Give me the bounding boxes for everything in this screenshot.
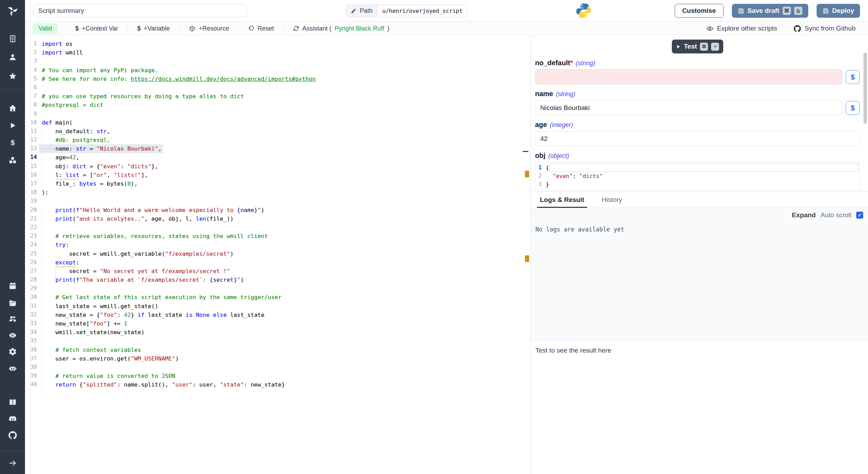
code-line-37[interactable]: 37 user = os.environ.get("WM_USERNAME") [25, 354, 531, 363]
code-line-12[interactable]: 12 #db: postgresql, [25, 136, 531, 144]
code-line-8[interactable]: 8#postgresql = dict [25, 101, 531, 109]
autoscroll-checkbox[interactable]: ✓ [856, 212, 863, 219]
no_default-input[interactable] [535, 69, 842, 84]
sidebar-item-resources[interactable] [0, 155, 25, 165]
windmill-logo[interactable] [0, 0, 25, 22]
sidebar-item-runs[interactable] [0, 120, 25, 130]
code-line-14[interactable]: 14 age=42, [25, 153, 531, 162]
line-content: # retrieve variables, resources, states … [37, 232, 268, 240]
name-input[interactable] [535, 100, 842, 115]
code-line-29[interactable]: 29 [25, 284, 531, 293]
code-line-28[interactable]: 28 print(f"The variable at `f/examples/s… [25, 276, 531, 284]
editor-toolbar: Valid $ +Context Var $ +Variable +Resour… [25, 22, 868, 36]
obj-json-editor[interactable]: 1{2 "even": "dicts"3} [535, 162, 860, 190]
code-line-15[interactable]: 15 obj: dict = {"even": "dicts"}, [25, 162, 531, 171]
code-line-23[interactable]: 23 # retrieve variables, resources, stat… [25, 232, 531, 240]
code-line-26[interactable]: 26 except: [25, 258, 531, 267]
sidebar-item-user[interactable] [0, 52, 25, 62]
code-line-38[interactable]: 38 [25, 363, 531, 372]
code-line-10[interactable]: 10def main( [25, 118, 531, 127]
code-line-35[interactable]: 35 [25, 337, 531, 345]
code-line-24[interactable]: 24 try: [25, 240, 531, 249]
code-line-13[interactable]: 13····name:·str·=·"Nicolas·Bourbaki", [25, 144, 531, 153]
expand-logs-button[interactable]: Expand [792, 211, 816, 219]
sidebar-item-workspace[interactable] [0, 33, 25, 44]
line-content: age=42, [37, 153, 80, 162]
add-resource-button[interactable]: +Resource [180, 22, 239, 36]
robot-icon [8, 364, 17, 373]
sidebar-item-audit-logs[interactable] [0, 330, 25, 340]
line-content: # Get last state of this script executio… [37, 293, 282, 302]
line-number: 4 [25, 66, 37, 75]
code-line-39[interactable]: 39 # return value is converted to JSON [25, 372, 531, 380]
code-line-33[interactable]: 33 new_state["foo"] += 1 [25, 319, 531, 328]
sidebar-item-ai-assistant[interactable] [0, 363, 25, 373]
code-line-2[interactable]: 2import wmill [25, 48, 531, 57]
code-line-30[interactable]: 30 # Get last state of this script execu… [25, 293, 531, 302]
cubes-icon [8, 156, 17, 164]
code-line-34[interactable]: 34 wmill.set_state(new_state) [25, 328, 531, 337]
age-input[interactable] [535, 131, 860, 146]
script-summary-input[interactable] [33, 4, 247, 17]
code-line-19[interactable]: 19 [25, 197, 531, 205]
deploy-button[interactable]: Deploy [817, 4, 860, 18]
sidebar-item-docs[interactable] [0, 397, 25, 407]
sidebar-item-groups[interactable] [0, 313, 25, 324]
code-line-32[interactable]: 32 new_state = {"foo": 42} if last_state… [25, 311, 531, 319]
line-number: 3 [535, 181, 546, 187]
sync-from-github-button[interactable]: Sync from Github [794, 25, 856, 32]
code-line-31[interactable]: 31 last_state = wmill.get_state() [25, 302, 531, 311]
sidebar-item-discord[interactable] [0, 414, 25, 424]
code-line-21[interactable]: 21 print("and its acolytes..", age, obj,… [25, 214, 531, 223]
sidebar-item-folders[interactable] [0, 298, 25, 308]
code-line-1[interactable]: 1import os [25, 40, 531, 48]
code-line-20[interactable]: 20 print(f"Hello World and a warm welcom… [25, 206, 531, 214]
name-variable-picker-button[interactable]: $ [846, 101, 860, 115]
assistant-label: Assistant ( [302, 25, 332, 32]
line-number: 32 [25, 311, 37, 319]
line-number: 27 [25, 267, 37, 276]
code-line-18[interactable]: 18): [25, 188, 531, 197]
line-number: 28 [25, 276, 37, 284]
code-line-5[interactable]: 5# See here for more info: https://docs.… [25, 75, 531, 83]
sidebar-item-schedules[interactable] [0, 280, 25, 291]
code-line-4[interactable]: 4# You can import any PyPi package. [25, 66, 531, 75]
sidebar-item-variables[interactable]: $ [0, 137, 25, 148]
assistant-button[interactable]: Assistant (Pyright Black Ruff) [284, 22, 399, 36]
line-number: 34 [25, 328, 37, 337]
code-line-3[interactable]: 3 [25, 57, 531, 66]
code-line-40[interactable]: 40 return {"splitted": name.split(), "us… [25, 380, 531, 389]
sidebar-item-github[interactable] [0, 430, 25, 440]
code-line-16[interactable]: 16 l: list = ["or", "lists!"], [25, 171, 531, 179]
code-line-7[interactable]: 7# you can use typed resources by doing … [25, 92, 531, 101]
panel-scrollbar[interactable] [863, 53, 867, 124]
github-icon [8, 431, 17, 440]
reset-button[interactable]: Reset [239, 22, 283, 36]
code-line-22[interactable]: 22 [25, 223, 531, 232]
script-path-badge[interactable]: Path u/henri/overjoyed_script [346, 5, 468, 17]
tab-logs-result[interactable]: Logs & Result [540, 192, 584, 208]
pane-splitter-handle[interactable] [523, 151, 528, 152]
sidebar-item-expand-sidebar[interactable] [0, 458, 25, 468]
sidebar-item-settings[interactable] [0, 346, 25, 357]
explore-other-scripts-button[interactable]: Explore other scripts [706, 25, 777, 32]
code-line-9[interactable]: 9 [25, 110, 531, 118]
sidebar-item-home[interactable] [0, 103, 25, 113]
add-variable-button[interactable]: $ +Variable [128, 22, 179, 36]
line-number: 37 [25, 354, 37, 363]
code-line-17[interactable]: 17 file_: bytes = bytes(0), [25, 179, 531, 188]
customise-button[interactable]: Customise [675, 4, 724, 18]
add-context-var-button[interactable]: $ +Context Var [66, 22, 127, 36]
code-line-11[interactable]: 11 no_default: str, [25, 127, 531, 136]
line-content: return {"splitted": name.split(), "user"… [37, 380, 285, 389]
code-line-25[interactable]: 25 secret = wmill.get_variable("f/exampl… [25, 249, 531, 258]
code-line-6[interactable]: 6 [25, 83, 531, 92]
tab-history[interactable]: History [602, 192, 622, 208]
code-line-27[interactable]: 27 secret = "No secret yet at f/examples… [25, 267, 531, 276]
test-button[interactable]: Test ⌘ [672, 40, 723, 53]
code-line-36[interactable]: 36 # fetch context variables [25, 346, 531, 354]
sidebar-item-favorites[interactable] [0, 71, 25, 81]
code-editor[interactable]: 1import os2import wmill34# You can impor… [25, 36, 531, 474]
no_default-variable-picker-button[interactable]: $ [846, 70, 860, 84]
save-draft-button[interactable]: Save draft ⌘ S [732, 4, 808, 18]
